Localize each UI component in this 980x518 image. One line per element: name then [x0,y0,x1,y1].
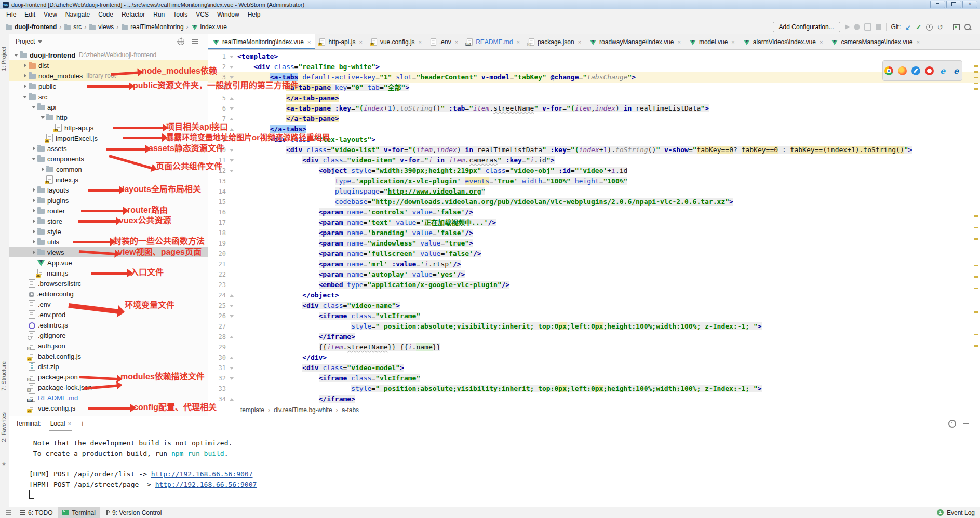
tree-item-http[interactable]: http [9,112,208,122]
tree-toggle-icon[interactable] [30,188,37,192]
tree-item-.editorconfig[interactable]: .editorconfig [9,289,208,299]
ie-browser-icon[interactable]: e [938,66,947,75]
search-everywhere-icon[interactable] [964,24,971,30]
warning-stripe-mark[interactable] [974,334,978,335]
tab-alarmVideos-index.vue[interactable]: alarmVideos\index.vue× [739,34,827,49]
tree-item-auth.json[interactable]: auth.json [9,340,208,351]
menu-vcs[interactable]: VCS [192,10,213,19]
tree-toggle-icon[interactable] [30,158,37,160]
tab-close-icon[interactable]: × [731,39,734,45]
tool-window-project[interactable]: 1: Project [1,47,7,71]
fold-marker[interactable] [226,373,237,384]
menu-help[interactable]: Help [244,10,265,19]
menu-refactor[interactable]: Refactor [117,10,149,19]
project-panel-header[interactable]: Project [9,34,208,49]
tree-item-assets[interactable]: assets [9,143,208,154]
warning-stripe-mark[interactable] [974,65,978,67]
terminal-output[interactable]: Note that the development build is not o… [9,431,980,508]
run-anything-icon[interactable] [953,24,960,30]
tree-toggle-icon[interactable] [21,63,29,67]
breadcrumb-item-realTimeMonitoring[interactable]: realTimeMonitoring [121,23,183,31]
terminal-settings-gear-icon[interactable] [948,420,956,428]
fold-marker[interactable] [226,301,237,311]
tree-item-dist[interactable]: dist [9,60,208,71]
fold-marker[interactable] [226,134,237,145]
tree-item-router[interactable]: router [9,206,208,216]
tree-toggle-icon[interactable] [30,240,37,244]
tree-toggle-icon[interactable] [30,209,37,213]
firefox-browser-icon[interactable] [898,66,907,75]
tree-item-public[interactable]: public [9,81,208,91]
warning-stripe-mark[interactable] [974,215,978,217]
close-icon[interactable]: × [68,420,71,427]
fold-marker[interactable] [226,311,237,321]
git-commit-icon[interactable]: ✓ [916,24,921,31]
breadcrumb-item-index.vue[interactable]: index.vue [191,23,227,31]
tab-close-icon[interactable]: × [307,39,311,45]
fold-marker[interactable] [226,124,237,134]
menu-run[interactable]: Run [149,10,169,19]
history-icon[interactable] [926,24,933,31]
chrome-browser-icon[interactable] [884,66,893,75]
tree-item-.gitignore[interactable]: .gitignore [9,330,208,340]
warning-stripe-mark[interactable] [974,265,978,266]
editor-breadcrumb-div.realTime.bg-white[interactable]: div.realTime.bg-white [274,406,332,414]
warning-stripe-mark[interactable] [974,77,978,78]
tree-toggle-icon[interactable] [12,54,20,57]
menu-file[interactable]: File [2,10,20,19]
tab-close-icon[interactable]: × [820,39,823,45]
edge-browser-icon[interactable]: e [952,66,961,75]
code-editor[interactable]: 1<template>2 <div class="realTime bg-whi… [208,49,980,404]
fold-marker[interactable] [226,290,237,301]
add-configuration-button[interactable]: Add Configuration... [773,22,840,32]
tab-vue.config.js[interactable]: vue.config.js× [367,34,426,49]
tree-item-.eslintrc.js[interactable]: .eslintrc.js [9,320,208,330]
fold-marker[interactable] [226,145,237,155]
tree-item-node_modules[interactable]: node_moduleslibrary root [9,71,208,81]
tool-window-switcher-icon[interactable] [6,510,11,515]
fold-marker[interactable] [226,332,237,342]
fold-marker[interactable] [226,114,237,124]
warning-stripe-mark[interactable] [974,83,978,84]
tab-close-icon[interactable]: × [359,39,362,45]
tab-model.vue[interactable]: model.vue× [685,34,739,49]
terminal-link[interactable]: http://192.168.66.56:9007 [151,470,253,478]
fold-marker[interactable] [226,62,237,72]
breadcrumb-item-duoji-frontend[interactable]: duoji-frontend [5,23,57,31]
tree-toggle-icon[interactable] [21,96,29,98]
fold-marker[interactable] [226,93,237,103]
fold-marker[interactable] [226,363,237,373]
tree-item-dist.zip[interactable]: dist.zip [9,361,208,372]
tab-cameraManage-index.vue[interactable]: cameraManage\index.vue× [827,34,924,49]
tab-README.md[interactable]: README.md× [462,34,524,49]
tree-item-utils[interactable]: utils [9,237,208,247]
tree-item-api[interactable]: api [9,102,208,112]
tree-item-main.js[interactable]: main.js [9,268,208,278]
warning-stripe-mark[interactable] [974,345,978,347]
maximize-button[interactable] [946,1,961,8]
tree-toggle-icon[interactable] [21,74,29,78]
tree-toggle-icon[interactable] [21,84,29,88]
tab-close-icon[interactable]: × [678,39,681,45]
tab-http-api.js[interactable]: http-api.js× [315,34,366,49]
tree-toggle-icon[interactable] [30,106,37,108]
rollback-icon[interactable]: ↺ [937,24,943,31]
tree-toggle-icon[interactable] [30,146,37,151]
tree-item-README.md[interactable]: README.md [9,392,208,403]
opera-browser-icon[interactable] [925,66,934,75]
breadcrumb-item-views[interactable]: views [89,23,114,31]
tab-close-icon[interactable]: × [419,39,422,45]
warning-stripe-mark[interactable] [974,288,978,289]
menu-window[interactable]: Window [213,10,244,19]
editor-breadcrumb-template[interactable]: template [240,406,264,414]
tree-item-src[interactable]: src [9,91,208,102]
warning-stripe-mark[interactable] [974,227,978,228]
tree-item-vue.config.js[interactable]: vue.config.js [9,403,208,413]
git-update-icon[interactable]: ↙ [905,24,911,31]
tree-item-package-lock.json[interactable]: package-lock.json [9,382,208,392]
status-item-event-log[interactable]: 1 Event Log [937,509,980,516]
close-button[interactable]: × [962,1,977,8]
warning-stripe-mark[interactable] [974,311,978,313]
menu-edit[interactable]: Edit [20,10,39,19]
warning-stripe-mark[interactable] [974,88,978,90]
